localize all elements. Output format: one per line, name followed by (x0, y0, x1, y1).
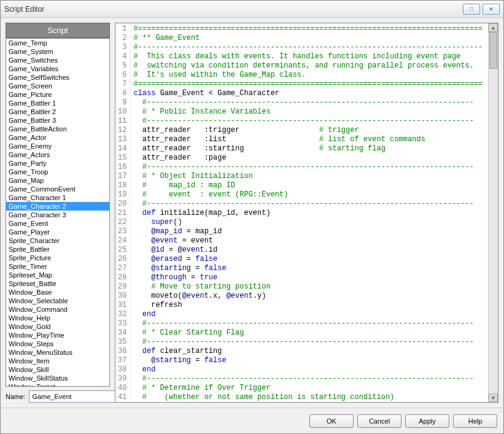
script-item[interactable]: Window_Selectable (6, 296, 109, 305)
script-item[interactable]: Game_CommonEvent (6, 185, 109, 193)
line-gutter: 1234567891011121314151617181920212223242… (115, 23, 131, 402)
script-item[interactable]: Game_System (6, 47, 109, 56)
scroll-thumb[interactable] (489, 32, 497, 69)
script-item[interactable]: Spriteset_Battle (6, 279, 109, 288)
script-item[interactable]: Game_Battler 2 (6, 107, 109, 116)
script-item[interactable]: Window_Base (6, 288, 109, 296)
script-item[interactable]: Sprite_Timer (6, 262, 109, 271)
script-item[interactable]: Window_Skill (6, 365, 109, 374)
script-item[interactable]: Game_Party (6, 159, 109, 168)
script-item[interactable]: Game_Troop (6, 168, 109, 176)
window-title: Script Editor (4, 5, 44, 14)
script-item[interactable]: Game_Character 1 (6, 193, 109, 202)
script-item[interactable]: Game_Player (6, 228, 109, 236)
script-item[interactable]: Spriteset_Map (6, 271, 109, 279)
name-row: Name: (6, 390, 110, 403)
maximize-button[interactable]: □ (463, 4, 480, 15)
script-list-header: Script (6, 23, 110, 38)
left-pane: Script Game_TempGame_SystemGame_Switches… (6, 23, 110, 403)
scroll-up-icon[interactable]: ▲ (489, 23, 498, 32)
code-editor[interactable]: #=======================================… (131, 23, 488, 402)
script-item[interactable]: Window_PlayTime (6, 331, 109, 339)
code-scrollbar[interactable]: ▲ ▼ (488, 23, 498, 402)
script-item[interactable]: Game_Character 3 (6, 211, 109, 219)
titlebar[interactable]: Script Editor □ ✕ (1, 1, 503, 18)
script-item[interactable]: Window_MenuStatus (6, 348, 109, 357)
name-label: Name: (6, 393, 25, 400)
script-item[interactable]: Window_Item (6, 357, 109, 365)
content-area: Script Game_TempGame_SystemGame_Switches… (1, 18, 503, 408)
script-item[interactable]: Game_Event (6, 219, 109, 228)
script-item[interactable]: Game_Actors (6, 150, 109, 159)
script-item[interactable]: Window_Target (6, 382, 109, 386)
script-editor-window: Script Editor □ ✕ Script Game_TempGame_S… (0, 0, 504, 434)
script-list-container: Game_TempGame_SystemGame_SwitchesGame_Va… (6, 38, 110, 387)
script-list[interactable]: Game_TempGame_SystemGame_SwitchesGame_Va… (6, 39, 109, 386)
script-item[interactable]: Game_Screen (6, 82, 109, 90)
ok-button[interactable]: OK (309, 414, 354, 428)
script-item[interactable]: Game_SelfSwitches (6, 73, 109, 82)
script-item[interactable]: Game_Switches (6, 56, 109, 64)
script-item[interactable]: Window_Command (6, 305, 109, 314)
script-item[interactable]: Window_SkillStatus (6, 374, 109, 382)
script-item[interactable]: Window_Gold (6, 322, 109, 331)
name-input[interactable] (29, 390, 120, 403)
script-item[interactable]: Game_Character 2 (6, 202, 109, 211)
script-item[interactable]: Game_Battler 3 (6, 116, 109, 125)
script-item[interactable]: Game_Picture (6, 90, 109, 99)
script-item[interactable]: Window_Steps (6, 339, 109, 348)
script-item[interactable]: Window_Help (6, 314, 109, 322)
close-button[interactable]: ✕ (483, 4, 500, 15)
script-item[interactable]: Game_BattleAction (6, 125, 109, 133)
help-button[interactable]: Help (453, 414, 497, 428)
script-item[interactable]: Game_Enemy (6, 142, 109, 150)
scroll-down-icon[interactable]: ▼ (489, 393, 498, 402)
script-item[interactable]: Sprite_Picture (6, 254, 109, 262)
script-item[interactable]: Game_Variables (6, 64, 109, 73)
script-item[interactable]: Game_Temp (6, 39, 109, 47)
code-pane: 1234567891011121314151617181920212223242… (115, 23, 498, 403)
cancel-button[interactable]: Cancel (357, 414, 401, 428)
script-item[interactable]: Sprite_Character (6, 236, 109, 245)
script-item[interactable]: Game_Actor (6, 133, 109, 142)
apply-button[interactable]: Apply (405, 414, 449, 428)
script-item[interactable]: Sprite_Battler (6, 245, 109, 254)
script-item[interactable]: Game_Battler 1 (6, 99, 109, 107)
button-bar: OK Cancel Apply Help (1, 408, 503, 433)
script-item[interactable]: Game_Map (6, 176, 109, 185)
